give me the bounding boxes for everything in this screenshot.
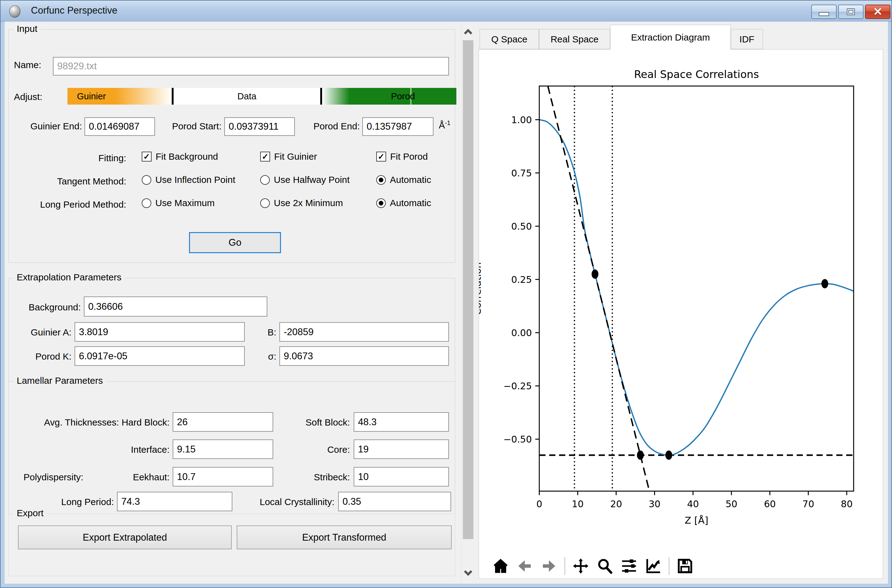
svg-text:20: 20 (610, 498, 622, 509)
porod-start-label: Porod Start: (159, 121, 222, 132)
radio-icon[interactable] (260, 198, 270, 208)
radio-icon[interactable] (376, 198, 386, 208)
porod-k-field[interactable]: 6.0917e-05 (75, 346, 245, 366)
forward-icon[interactable] (540, 557, 558, 575)
fit-background-checkbox[interactable]: ✓ Fit Background (142, 152, 218, 162)
corfunc-window: Corfunc Perspective ✕ Input Name: 98929.… (0, 0, 892, 588)
guinier-a-label: Guinier A: (10, 327, 72, 338)
fit-guinier-checkbox[interactable]: ✓ Fit Guinier (260, 152, 317, 162)
radio-icon[interactable] (376, 175, 386, 185)
input-group-title: Input (13, 24, 40, 34)
guinier-fade-segment[interactable] (115, 88, 172, 105)
export-group-title: Export (13, 508, 47, 518)
use-halfway-point-radio[interactable]: Use Halfway Point (260, 174, 349, 185)
guinier-a-field[interactable]: 3.8019 (75, 322, 245, 342)
home-icon[interactable] (492, 557, 509, 575)
back-icon[interactable] (516, 557, 534, 575)
fit-porod-checkbox[interactable]: ✓ Fit Porod (376, 152, 428, 162)
go-button[interactable]: Go (189, 232, 281, 253)
radio-icon[interactable] (142, 175, 151, 185)
radio-icon[interactable] (142, 198, 151, 208)
correlation-function (539, 120, 854, 455)
interface-field[interactable]: 9.15 (172, 440, 273, 459)
checkbox-icon[interactable]: ✓ (376, 152, 386, 162)
porod-k-label: Porod K: (10, 351, 72, 362)
svg-text:30: 30 (649, 498, 661, 509)
svg-text:0.50: 0.50 (511, 221, 532, 232)
checkbox-icon[interactable]: ✓ (260, 152, 270, 162)
scrollbar-down-arrow[interactable] (463, 569, 473, 576)
svg-text:40: 40 (687, 498, 699, 509)
guinier-end-field[interactable]: 0.01469087 (84, 117, 155, 136)
lamellar-group: Lamellar Parameters Avg. Thicknesses: Ha… (8, 381, 455, 520)
extrapolation-group: Extrapolation Parameters Background: 0.3… (8, 278, 455, 385)
radio-icon[interactable] (260, 175, 270, 185)
soft-block-label: Soft Block: (289, 417, 350, 428)
scrollbar-thumb[interactable] (463, 40, 474, 539)
svg-text:0.75: 0.75 (511, 168, 532, 178)
maximize-button[interactable] (838, 4, 864, 19)
scrollbar-up-arrow[interactable] (463, 28, 473, 36)
left-panel-scrollbar[interactable] (461, 22, 475, 584)
porod-end-field[interactable]: 0.1357987 (362, 117, 433, 136)
tab-q-space[interactable]: Q Space (480, 29, 539, 49)
long-period-automatic-radio[interactable]: Automatic (376, 198, 431, 208)
adjust-range-slider[interactable]: Guinier Data Porod (67, 88, 456, 105)
name-field[interactable]: 98929.txt (53, 57, 449, 75)
use-maximum-radio[interactable]: Use Maximum (142, 198, 215, 208)
sigma-field[interactable]: 9.0673 (279, 346, 449, 366)
long-period-field[interactable]: 74.3 (117, 492, 232, 511)
configure-subplots-icon[interactable] (620, 557, 638, 575)
background-field[interactable]: 0.36606 (84, 297, 267, 316)
x-axis-label: Z [Å] (685, 514, 709, 526)
core-label: Core: (289, 444, 350, 455)
eekhaut-field[interactable]: 10.7 (172, 467, 273, 486)
adjust-label: Adjust: (14, 92, 42, 102)
use-2x-minimum-radio[interactable]: Use 2x Minimum (260, 198, 343, 208)
maximize-icon (847, 8, 855, 15)
stribeck-label: Stribeck: (289, 472, 350, 483)
svg-text:60: 60 (764, 498, 776, 509)
correlation-plot-canvas[interactable]: Real Space CorrelationsZ [Å]Correlation0… (479, 50, 883, 554)
core-field[interactable]: 19 (354, 440, 449, 459)
title-bar[interactable]: Corfunc Perspective ✕ (1, 1, 891, 22)
porod-fade-segment[interactable] (322, 88, 349, 105)
porod-start-field[interactable]: 0.09373911 (224, 117, 295, 136)
use-inflection-point-radio[interactable]: Use Inflection Point (142, 174, 235, 185)
export-extrapolated-button[interactable]: Export Extrapolated (18, 525, 232, 549)
local-crystallinity-field[interactable]: 0.35 (338, 492, 451, 511)
minimize-button[interactable] (811, 4, 837, 19)
export-transformed-button[interactable]: Export Transformed (237, 525, 452, 549)
pan-icon[interactable] (572, 557, 589, 575)
svg-text:80: 80 (841, 498, 853, 509)
edit-plot-icon[interactable] (645, 557, 662, 575)
tab-idf[interactable]: IDF (731, 29, 763, 49)
stribeck-field[interactable]: 10 (354, 467, 449, 486)
polydispersity-label: Polydispersity: (24, 472, 83, 483)
y-axis-label: Correlation (479, 262, 483, 315)
close-button[interactable]: ✕ (865, 4, 891, 19)
svg-text:50: 50 (726, 498, 737, 509)
svg-text:−0.25: −0.25 (504, 381, 532, 392)
soft-block-field[interactable]: 48.3 (354, 412, 449, 432)
svg-text:0: 0 (536, 498, 542, 509)
svg-text:−0.50: −0.50 (504, 434, 532, 445)
toolbar-separator (564, 557, 565, 575)
plot-title: Real Space Correlations (634, 68, 759, 81)
export-group: Export Export Extrapolated Export Transf… (8, 514, 455, 576)
tab-extraction-diagram[interactable]: Extraction Diagram (610, 25, 731, 50)
tangent-line (548, 86, 649, 491)
plot-toolbar (492, 556, 694, 576)
tangent-automatic-radio[interactable]: Automatic (376, 174, 431, 185)
zoom-icon[interactable] (596, 557, 613, 575)
save-icon[interactable] (676, 557, 694, 575)
tab-real-space[interactable]: Real Space (539, 29, 610, 49)
lamellar-group-title: Lamellar Parameters (13, 375, 106, 386)
long-period-method-label: Long Period Method: (12, 199, 126, 210)
hard-block-field[interactable]: 26 (172, 412, 273, 432)
guinier-b-field[interactable]: -20859 (279, 322, 449, 342)
sigma-label: σ: (253, 351, 276, 362)
feature-point-marker (666, 451, 672, 460)
checkbox-icon[interactable]: ✓ (142, 152, 151, 162)
extraction-diagram-pane: Real Space CorrelationsZ [Å]Correlation0… (479, 49, 883, 579)
